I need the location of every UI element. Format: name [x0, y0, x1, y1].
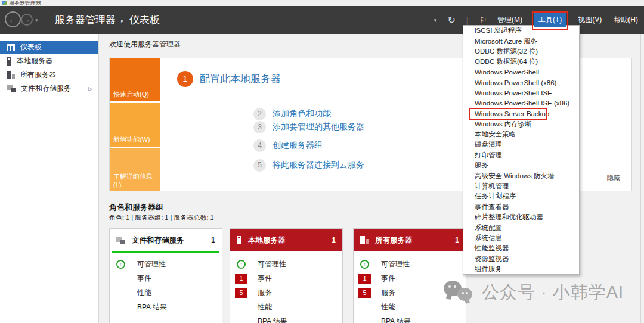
tile-row[interactable]: 事件	[110, 271, 222, 285]
step-link[interactable]: 添加角色和功能	[273, 108, 331, 119]
menubar-help[interactable]: 帮助(H)	[614, 15, 638, 25]
tile-rows: 可管理性事件性能BPA 结果	[110, 251, 222, 314]
step-number: 2	[253, 108, 266, 120]
tile-row[interactable]: BPA 结果	[110, 300, 222, 314]
tools-menu-item[interactable]: Windows PowerShell	[463, 67, 579, 77]
welcome-header: 欢迎使用服务器管理器	[109, 39, 181, 49]
step-number: 5	[253, 159, 266, 172]
tools-menu-item[interactable]: 事件查看器	[463, 202, 579, 212]
local-server-icon	[7, 57, 11, 66]
tile-title: 文件和存储服务	[132, 235, 205, 246]
tile-row-lead: 1	[358, 274, 377, 284]
tile-row-label: BPA 结果	[137, 302, 167, 312]
tile-row-lead: 5	[358, 288, 377, 298]
nav-dropdown-icon[interactable]: ▾	[35, 17, 38, 23]
tools-menu-item[interactable]: 任务计划程序	[463, 191, 579, 201]
tile-row-label: BPA 结果	[381, 316, 411, 323]
tools-menu-item[interactable]: 打印管理	[463, 150, 579, 160]
tools-menu-item[interactable]: 磁盘清理	[463, 139, 579, 150]
tools-menu-item[interactable]: 资源监视器	[463, 254, 579, 264]
tools-menu-item[interactable]: Windows PowerShell ISE (x86)	[463, 98, 579, 108]
tile-row[interactable]: 1事件	[230, 271, 342, 285]
wechat-icon	[444, 279, 475, 306]
sidebar-item-label: 所有服务器	[20, 70, 56, 80]
tile-header-local-server[interactable]: 本地服务器1	[230, 229, 342, 251]
menubar-manage[interactable]: 管理(M)	[497, 15, 522, 25]
manageability-up-icon	[237, 260, 246, 269]
tile-row-label: 可管理性	[381, 259, 410, 269]
tools-menu-item[interactable]: 计算机管理	[463, 181, 579, 191]
tools-dropdown-menu: iSCSI 发起程序Microsoft Azure 服务ODBC 数据源(32 …	[463, 25, 580, 275]
tile-row[interactable]: BPA 结果	[354, 314, 466, 323]
tools-menu-item[interactable]: Windows PowerShell ISE	[463, 88, 579, 98]
tile-row[interactable]: 可管理性	[110, 257, 222, 271]
tile-header-all-servers[interactable]: 所有服务器1	[354, 229, 466, 251]
refresh-icon[interactable]: ↻	[447, 14, 455, 26]
sidebar-item-dashboard[interactable]: 仪表板	[0, 41, 98, 54]
tile-row[interactable]: 性能	[230, 300, 342, 314]
expander-icon[interactable]: ▷	[88, 86, 92, 92]
tools-menu-item[interactable]: 服务	[463, 160, 579, 170]
menubar-tools[interactable]: 工具(T)	[534, 13, 566, 27]
all-servers-icon	[360, 236, 369, 244]
breadcrumb-current: 仪表板	[129, 13, 160, 27]
tools-menu-item[interactable]: 碎片整理和优化驱动器	[463, 212, 579, 222]
tile-row[interactable]: 性能	[110, 285, 222, 300]
watermark-text: 公众号 · 小韩学AI	[482, 281, 624, 305]
step-link[interactable]: 配置此本地服务器	[200, 72, 281, 86]
notifications-flag-icon[interactable]: ⚐	[479, 15, 487, 25]
tools-menu-item[interactable]: Windows 内存诊断	[463, 119, 579, 129]
app-icon	[2, 1, 7, 5]
tools-menu-item[interactable]: 高级安全 Windows 防火墙	[463, 170, 579, 181]
tile-row-label: 事件	[137, 274, 151, 284]
hide-link[interactable]: 隐藏	[607, 173, 620, 182]
tools-menu-item[interactable]: 系统配置	[463, 222, 579, 232]
back-button[interactable]: ←	[5, 11, 21, 27]
servers-dropdown-icon[interactable]: ▾	[434, 17, 437, 23]
count-badge: 5	[235, 288, 247, 298]
tools-menu-item[interactable]: Windows PowerShell (x86)	[463, 77, 579, 88]
sidebar-item-all-servers[interactable]: 所有服务器	[0, 68, 98, 82]
tile-row[interactable]: 可管理性	[230, 257, 342, 271]
tile-row-lead: 1	[235, 274, 254, 284]
quickstart-tab-label: 快速启动(Q)	[113, 90, 149, 99]
tile-row-lead	[235, 260, 254, 269]
sidebar-item-label: 本地服务器	[17, 56, 52, 66]
tile-row[interactable]: 可管理性	[354, 257, 466, 271]
file-storage-icon	[116, 237, 125, 244]
window-title: 服务器管理器	[9, 0, 41, 6]
tools-menu-item[interactable]: 性能监视器	[463, 243, 579, 253]
step-link[interactable]: 将此服务器连接到云服务	[273, 160, 364, 170]
toolbar-divider: |	[466, 15, 469, 25]
local-server-icon	[237, 236, 242, 244]
manageability-up-icon	[116, 260, 125, 269]
step-link[interactable]: 创建服务器组	[273, 140, 323, 151]
step-link[interactable]: 添加要管理的其他服务器	[273, 122, 364, 132]
menubar-view[interactable]: 视图(V)	[578, 15, 602, 25]
file-storage-icon	[7, 85, 16, 92]
tools-menu-item[interactable]: ODBC 数据源(64 位)	[463, 57, 579, 67]
tile-row-label: 性能	[381, 302, 395, 312]
tile-row[interactable]: BPA 结果	[230, 314, 342, 323]
tools-menu-item[interactable]: 系统信息	[463, 233, 579, 243]
tile-local-server: 本地服务器1可管理性1事件5服务性能BPA 结果	[230, 228, 343, 323]
tile-header-file-storage[interactable]: 文件和存储服务1	[110, 229, 222, 251]
tile-count: 1	[332, 236, 336, 244]
tile-row-label: 可管理性	[258, 259, 286, 269]
tile-count: 1	[455, 236, 459, 244]
breadcrumb-root[interactable]: 服务器管理器	[55, 13, 116, 27]
tools-menu-item[interactable]: Windows Server Backup	[463, 108, 579, 119]
tile-row[interactable]: 5服务	[230, 285, 342, 300]
sidebar-item-local-server[interactable]: 本地服务器	[0, 54, 98, 68]
manageability-up-icon	[360, 260, 369, 269]
step-number: 1	[177, 71, 193, 87]
tools-menu-item[interactable]: 本地安全策略	[463, 129, 579, 139]
tools-menu-item[interactable]: 组件服务	[463, 264, 579, 274]
tools-menu-item[interactable]: ODBC 数据源(32 位)	[463, 46, 579, 57]
sidebar-item-file-storage[interactable]: 文件和存储服务▷	[0, 82, 98, 95]
tools-menu-item[interactable]: Microsoft Azure 服务	[463, 36, 579, 46]
tile-row-label: 事件	[381, 274, 395, 284]
forward-button[interactable]: →	[21, 14, 33, 26]
tile-row-label: 服务	[258, 288, 272, 298]
tile-file-storage: 文件和存储服务1可管理性事件性能BPA 结果	[109, 228, 222, 323]
